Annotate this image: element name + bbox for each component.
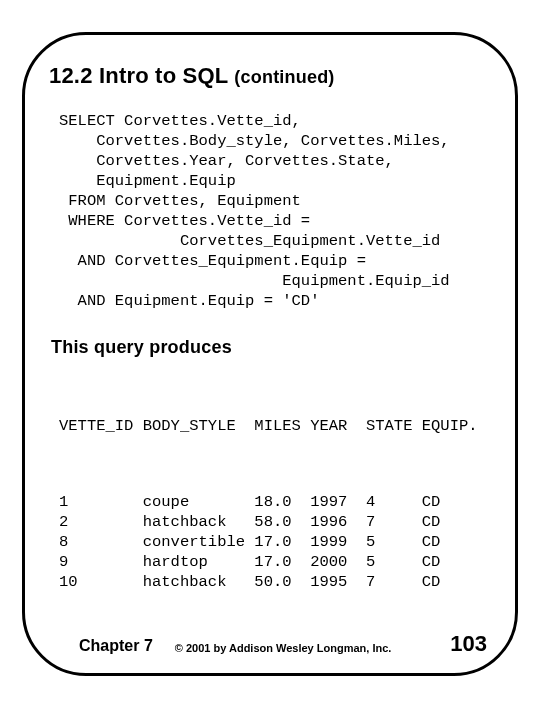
page-footer: Chapter 7 © 2001 by Addison Wesley Longm… (25, 631, 515, 657)
sql-query-block: SELECT Corvettes.Vette_id, Corvettes.Bod… (59, 111, 491, 311)
produces-label: This query produces (51, 337, 491, 358)
page-frame: 12.2 Intro to SQL (continued) SELECT Cor… (22, 32, 518, 676)
section-heading: 12.2 Intro to SQL (continued) (49, 63, 491, 89)
footer-chapter: Chapter 7 (79, 637, 153, 655)
result-header-row: VETTE_ID BODY_STYLE MILES YEAR STATE EQU… (59, 416, 491, 436)
result-body: 1 coupe 18.0 1997 4 CD 2 hatchback 58.0 … (59, 492, 491, 592)
result-table: VETTE_ID BODY_STYLE MILES YEAR STATE EQU… (59, 376, 491, 632)
heading-main: 12.2 Intro to SQL (49, 63, 234, 88)
footer-copyright: © 2001 by Addison Wesley Longman, Inc. (175, 642, 450, 654)
footer-page-number: 103 (450, 631, 487, 657)
heading-continued: (continued) (234, 67, 334, 87)
